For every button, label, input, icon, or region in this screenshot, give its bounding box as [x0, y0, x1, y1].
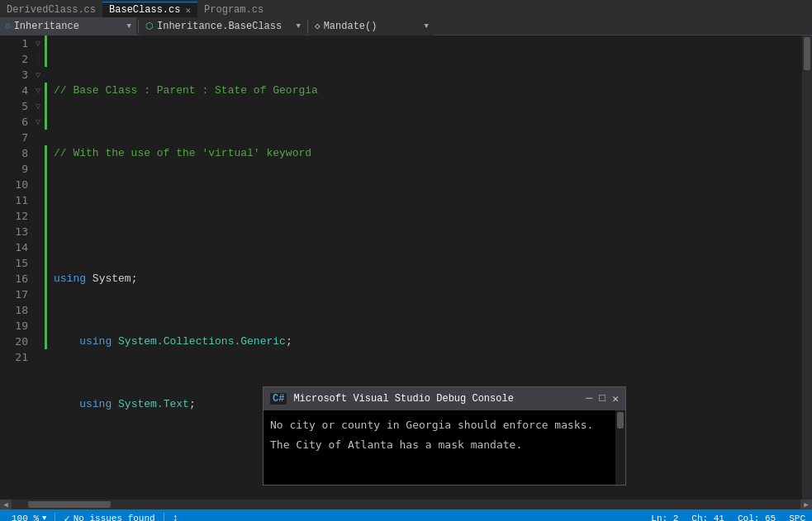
- nav-indicator[interactable]: ↕: [168, 513, 183, 521]
- tab-baseclass-close[interactable]: ✕: [185, 5, 191, 16]
- ln21: 21: [7, 349, 28, 365]
- fold8[interactable]: ▽: [31, 67, 45, 83]
- debug-scrollbar-thumb[interactable]: [617, 412, 624, 429]
- debug-scrollbar-track[interactable]: [615, 410, 625, 485]
- fold12[interactable]: ▽: [31, 98, 45, 114]
- ln15: 15: [7, 255, 28, 271]
- ln12: 12: [7, 208, 28, 224]
- tab-baseclass-label: BaseClass.cs: [109, 4, 180, 16]
- kw-using-5: using: [79, 334, 112, 349]
- method-icon: ◇: [315, 21, 321, 31]
- code-line-3: [54, 208, 802, 224]
- status-col: Col: 65: [738, 514, 776, 521]
- nav-arrows-icon: ↕: [173, 513, 178, 521]
- ns-system-4: System: [93, 271, 131, 287]
- status-ch: Ch: 41: [691, 514, 724, 521]
- code-line-1-text: // Base Class : Parent : State of Georgi…: [54, 83, 318, 98]
- namespace-label: Inheritance: [14, 21, 79, 32]
- ln19: 19: [7, 318, 28, 334]
- issues-icon: ✓: [64, 513, 69, 522]
- code-line-1: // Base Class : Parent : State of Georgi…: [54, 83, 802, 98]
- zoom-label: 100 %: [12, 514, 39, 521]
- vertical-scrollbar[interactable]: [802, 36, 812, 500]
- status-sep2: [164, 513, 164, 521]
- ln11: 11: [7, 192, 28, 208]
- status-ln: Ln: 2: [651, 514, 678, 521]
- line-numbers: 1 2 3 4 5 6 7 8 9 10 11 12 13 14 15 16 1…: [0, 36, 31, 500]
- ln6: 6: [7, 114, 28, 130]
- code-line-2: // With the use of the 'virtual' keyword: [54, 145, 802, 161]
- debug-minimize-btn[interactable]: ─: [586, 392, 593, 405]
- class-arrow: ▼: [297, 22, 301, 31]
- ln7: 7: [7, 130, 28, 145]
- zoom-control[interactable]: 100 % ▼: [7, 514, 51, 521]
- class-icon: ⬡: [145, 21, 154, 31]
- tab-program-label: Program.cs: [204, 4, 264, 16]
- class-dropdown[interactable]: ⬡ Inheritance.BaseClass ▼: [140, 17, 306, 36]
- tab-program[interactable]: Program.cs: [197, 2, 270, 17]
- method-label: Mandate(): [324, 21, 378, 32]
- debug-close-btn[interactable]: ✕: [612, 392, 619, 405]
- status-sep1: [55, 513, 55, 521]
- h-scroll-track: [12, 501, 800, 508]
- zoom-arrow: ▼: [42, 514, 46, 521]
- ln13: 13: [7, 224, 28, 239]
- ln10: 10: [7, 177, 28, 192]
- ln8: 8: [7, 145, 28, 161]
- nav-bar: ⚙ Inheritance ▼ ⬡ Inheritance.BaseClass …: [0, 17, 812, 36]
- ln16: 16: [7, 271, 28, 287]
- ln1: 1: [7, 36, 28, 51]
- tab-derived-label: DerivedClass.cs: [7, 4, 96, 16]
- ln9: 9: [7, 161, 28, 177]
- fold10[interactable]: ▽: [31, 83, 45, 98]
- fold-gutter: ▽ │ ▽ ▽ ▽ ▽: [31, 36, 45, 500]
- debug-line-1: No city or county in Georgia should enfo…: [270, 417, 619, 433]
- method-dropdown[interactable]: ◇ Mandate() ▼: [310, 17, 434, 36]
- issues-indicator[interactable]: ✓ No issues found: [59, 513, 159, 522]
- status-right: Ln: 2 Ch: 41 Col: 65 SPC: [651, 514, 805, 521]
- h-scrollbar[interactable]: ◀ ▶: [0, 500, 812, 509]
- fold1[interactable]: ▽: [31, 36, 45, 51]
- issues-label: No issues found: [74, 514, 155, 521]
- debug-line-2: The City of Atlanta has a mask mandate.: [270, 437, 619, 453]
- fold15[interactable]: ▽: [31, 114, 45, 130]
- ln18: 18: [7, 302, 28, 318]
- debug-cs-icon: C#: [270, 393, 287, 405]
- debug-title-bar: C# Microsoft Visual Studio Debug Console…: [264, 387, 625, 410]
- ln3: 3: [7, 67, 28, 83]
- h-scroll-thumb[interactable]: [28, 501, 111, 508]
- editor: 1 2 3 4 5 6 7 8 9 10 11 12 13 14 15 16 1…: [0, 36, 812, 500]
- debug-content: No city or county in Georgia should enfo…: [264, 410, 625, 485]
- code-line-4: using System;: [54, 271, 802, 287]
- debug-title-text: Microsoft Visual Studio Debug Console: [293, 393, 579, 405]
- namespace-dropdown[interactable]: ⚙ Inheritance ▼: [0, 17, 136, 36]
- ln4: 4: [7, 83, 28, 98]
- namespace-icon: ⚙: [5, 21, 11, 31]
- namespace-arrow: ▼: [127, 22, 131, 31]
- ln14: 14: [7, 239, 28, 255]
- status-bar: 100 % ▼ ✓ No issues found ↕ Ln: 2 Ch: 41…: [0, 509, 812, 521]
- code-line-5: using System.Collections.Generic;: [54, 334, 802, 349]
- ln17: 17: [7, 287, 28, 302]
- ln2: 2: [7, 51, 28, 67]
- class-label: Inheritance.BaseClass: [157, 21, 282, 32]
- h-scroll-right[interactable]: ▶: [800, 500, 812, 509]
- ln20: 20: [7, 334, 28, 349]
- code-line-2-text: // With the use of the 'virtual' keyword: [54, 145, 311, 161]
- tab-baseclass[interactable]: BaseClass.cs ✕: [102, 2, 197, 17]
- kw-using-4: using: [54, 271, 86, 287]
- kw-using-6: using: [79, 396, 112, 412]
- method-arrow: ▼: [425, 22, 429, 31]
- h-scroll-left[interactable]: ◀: [0, 500, 12, 509]
- fold2: │: [31, 51, 45, 67]
- nav-sep1: [138, 20, 139, 33]
- debug-console: C# Microsoft Visual Studio Debug Console…: [263, 386, 626, 485]
- status-spc: SPC: [789, 514, 805, 521]
- scrollbar-thumb[interactable]: [804, 37, 810, 70]
- ln5: 5: [7, 98, 28, 114]
- tabs-bar: DerivedClass.cs BaseClass.cs ✕ Program.c…: [0, 0, 812, 17]
- nav-sep2: [307, 20, 308, 33]
- debug-maximize-btn[interactable]: □: [599, 392, 605, 405]
- debug-win-btns: ─ □ ✕: [586, 392, 619, 405]
- tab-derived[interactable]: DerivedClass.cs: [0, 2, 102, 17]
